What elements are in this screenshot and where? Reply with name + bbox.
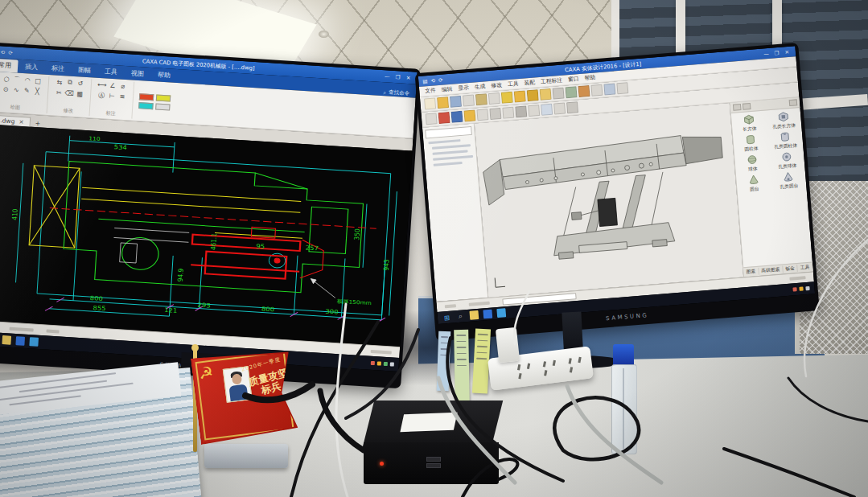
close-button[interactable]: ✕ — [783, 48, 792, 55]
tab-biaozhu[interactable]: 标注 — [45, 62, 72, 76]
copy-icon[interactable] — [488, 92, 500, 105]
library-item[interactable]: 圆柱体 — [734, 133, 768, 154]
menu-annotation[interactable]: 工程标注 — [541, 76, 563, 86]
minimize-button[interactable]: — — [762, 50, 771, 57]
shell-icon[interactable] — [590, 84, 603, 97]
menu-view[interactable]: 显示 — [458, 84, 469, 92]
pan-icon[interactable] — [515, 105, 527, 117]
part-icon[interactable] — [463, 109, 475, 121]
menu-generate[interactable]: 生成 — [475, 82, 486, 91]
redo-icon[interactable]: ⟳ — [438, 76, 443, 83]
library-item[interactable]: 长方体 — [732, 113, 767, 134]
library-item[interactable]: 孔类圆柱体 — [768, 130, 803, 151]
new-file-icon[interactable] — [424, 97, 436, 109]
menu-window[interactable]: 窗口 — [568, 75, 579, 84]
undo-icon[interactable]: ⟲ — [430, 77, 435, 84]
drawing-icon[interactable] — [489, 108, 501, 120]
save-icon[interactable] — [450, 96, 462, 108]
sketch3d-icon[interactable] — [450, 111, 463, 123]
linear-dim-icon[interactable]: ⟷ — [97, 80, 107, 88]
document-tab-close-icon[interactable]: × — [19, 118, 24, 125]
assembly-icon[interactable] — [476, 109, 488, 121]
menu-help[interactable]: 帮助 — [584, 73, 595, 82]
hatch-tool-icon[interactable]: ╳ — [35, 88, 39, 95]
chamfer-icon[interactable] — [578, 85, 590, 97]
tab-shitu[interactable]: 视图 — [124, 67, 150, 81]
library-tab-sheetmetal[interactable]: 钣金 — [783, 265, 798, 273]
menu-tools[interactable]: 工具 — [508, 80, 519, 88]
select-icon[interactable] — [426, 113, 438, 125]
extrude-icon[interactable] — [514, 90, 526, 102]
rotate-view-icon[interactable] — [528, 105, 540, 117]
library-tab-tools[interactable]: 工具 — [798, 263, 813, 271]
rect-tool-icon[interactable]: □ — [35, 76, 41, 84]
move-tool-icon[interactable]: ⇆ — [56, 78, 62, 85]
library-item[interactable]: 孔类球体 — [770, 150, 804, 171]
diameter-dim-icon[interactable]: ⌀ — [121, 82, 125, 89]
leader-dim-icon[interactable]: ≡ — [119, 92, 125, 100]
menu-assembly[interactable]: 装配 — [524, 78, 535, 87]
minimize-button[interactable]: — — [383, 73, 392, 80]
library-tab-elements[interactable]: 图素 — [743, 268, 759, 276]
copy-tool-icon[interactable]: ⧉ — [68, 79, 72, 87]
element-library-panel[interactable]: 长方体 孔类长方体 圆柱体 — [730, 97, 813, 277]
start-button[interactable]: ⊞ — [442, 313, 452, 322]
open-file-icon[interactable] — [437, 97, 449, 109]
menu-file[interactable]: 文件 — [425, 86, 436, 95]
tree-filter-combobox[interactable] — [425, 126, 472, 139]
constraint-icon[interactable] — [566, 101, 578, 113]
display-icon[interactable] — [553, 102, 566, 114]
model-viewport[interactable] — [475, 103, 743, 298]
measure-icon[interactable] — [603, 83, 615, 95]
fillet-icon[interactable] — [566, 86, 578, 98]
taskbar-search-icon[interactable]: ⌕ — [456, 311, 466, 321]
erase-tool-icon[interactable]: ⌫ — [64, 89, 74, 97]
material-icon[interactable] — [616, 82, 628, 94]
sweep-icon[interactable] — [540, 88, 552, 101]
file-explorer-icon[interactable] — [469, 310, 479, 320]
close-button[interactable]: ✕ — [404, 74, 413, 81]
sketch2d-icon[interactable] — [438, 112, 450, 124]
menu-modify[interactable]: 修改 — [491, 81, 502, 90]
library-item[interactable]: 圆台 — [737, 173, 771, 194]
trim-tool-icon[interactable]: ✂ — [56, 88, 62, 96]
library-item[interactable]: 孔类圆台 — [771, 170, 806, 191]
text-dim-icon[interactable]: Ⓐ — [98, 90, 105, 99]
sketch-tool-icon[interactable]: ✎ — [24, 87, 30, 94]
array-tool-icon[interactable]: ▦ — [76, 90, 83, 97]
tab-changyong[interactable]: 常用 — [0, 59, 19, 73]
maximize-button[interactable]: ❐ — [772, 49, 782, 56]
cad-drawing-canvas[interactable]: 110 534 Ø1900 410 460 95 257 461.1 94.9 … — [0, 124, 413, 347]
wave-tool-icon[interactable]: ∿ — [14, 86, 19, 93]
tab-tufu[interactable]: 图幅 — [72, 64, 98, 78]
quick-access-toolbar[interactable]: ▤ ⟲ ⟳ — [0, 48, 14, 56]
spline-tool-icon[interactable]: ◠ — [24, 76, 31, 84]
system-tray[interactable] — [371, 361, 394, 367]
point-tool-icon[interactable]: ⊙ — [3, 85, 9, 92]
tab-bangzhu[interactable]: 帮助 — [150, 68, 177, 83]
browser-app-icon[interactable] — [29, 337, 39, 347]
caxa-app-icon[interactable] — [483, 310, 492, 319]
redo-icon[interactable]: ⟳ — [8, 49, 13, 55]
layer-color-controls[interactable] — [138, 82, 171, 121]
datum-dim-icon[interactable]: ⊢ — [109, 92, 115, 99]
print-icon[interactable] — [463, 95, 475, 107]
quick-access-toolbar[interactable]: ▤ ⟲ ⟳ — [422, 76, 445, 84]
revolve-icon[interactable] — [527, 89, 539, 101]
angle-dim-icon[interactable]: ∠ — [109, 81, 116, 88]
cut-icon[interactable] — [475, 93, 487, 105]
zoom-icon[interactable] — [502, 107, 514, 119]
arc-tool-icon[interactable]: ⌒ — [14, 75, 21, 84]
system-tray[interactable] — [792, 286, 809, 292]
undo-icon[interactable]: ⟲ — [0, 49, 5, 55]
tab-charu[interactable]: 插入 — [19, 60, 45, 75]
file-explorer-icon[interactable] — [2, 335, 11, 345]
rotate-tool-icon[interactable]: ↺ — [77, 80, 83, 87]
app-menu-icon[interactable]: ▤ — [422, 78, 428, 84]
browser-app-icon[interactable] — [496, 308, 506, 318]
paste-icon[interactable] — [501, 92, 513, 104]
menu-edit[interactable]: 编辑 — [441, 85, 452, 94]
library-item[interactable]: 孔类长方体 — [767, 110, 801, 131]
circle-tool-icon[interactable]: ○ — [3, 75, 10, 82]
maximize-button[interactable]: ❐ — [393, 73, 402, 80]
